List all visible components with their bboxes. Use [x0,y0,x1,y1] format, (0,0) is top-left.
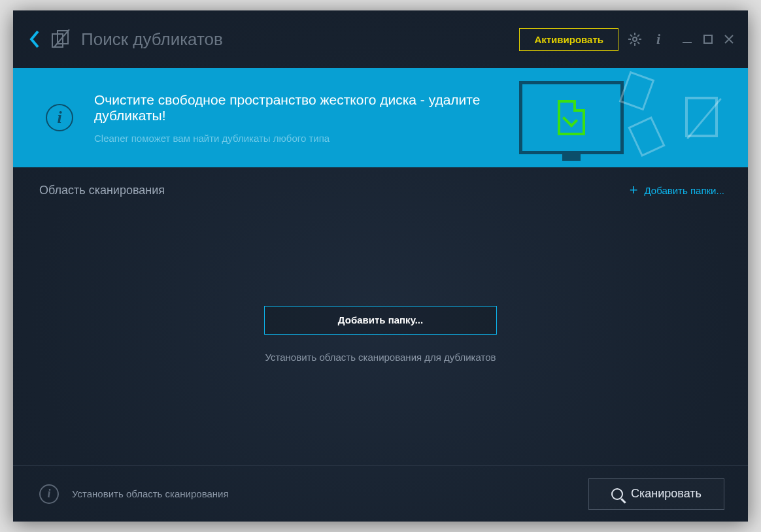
page-title: Поиск дубликатов [81,29,223,50]
banner-illustration [519,68,728,167]
section-header: Область сканирования + Добавить папки... [13,167,748,203]
footer-hint: Установить область сканирования [72,488,229,499]
back-button[interactable] [29,30,41,48]
titlebar-right: Активировать i [519,28,735,51]
banner-text: Очистите свободное пространство жесткого… [94,92,519,144]
maximize-button[interactable] [702,35,714,44]
svg-line-2 [54,29,69,48]
add-folders-label: Добавить папки... [645,185,725,196]
titlebar: Поиск дубликатов Активировать i [13,10,748,68]
info-banner: i Очистите свободное пространство жестко… [13,68,748,167]
monitor-icon [519,81,624,154]
scan-button[interactable]: Сканировать [588,478,724,510]
ghost-doc-crossed-icon [685,97,718,137]
ghost-doc-icon [628,116,665,157]
svg-point-3 [633,37,637,41]
svg-line-10 [637,35,639,37]
activate-button[interactable]: Активировать [519,28,618,51]
add-folders-link[interactable]: + Добавить папки... [630,183,724,197]
banner-heading: Очистите свободное пространство жесткого… [94,92,519,124]
content-subtitle: Установить область сканирования для дубл… [265,352,496,363]
scan-button-label: Сканировать [631,487,702,501]
ghost-doc-icon [619,71,655,111]
search-icon [611,488,623,500]
content-area: Добавить папку... Установить область ска… [13,203,748,465]
svg-rect-13 [704,35,712,43]
plus-icon: + [630,183,638,197]
svg-line-9 [637,42,639,44]
svg-line-11 [630,42,632,44]
duplicate-files-icon [51,29,72,49]
banner-subtitle: Cleaner поможет вам найти дубликаты любо… [94,133,519,144]
document-check-icon [558,100,585,135]
window-controls [681,35,735,44]
close-button[interactable] [723,35,735,44]
scan-area-title: Область сканирования [39,184,165,197]
info-button[interactable]: i [651,32,666,46]
info-icon: i [46,104,73,131]
settings-button[interactable] [628,32,642,46]
info-icon: i [39,484,59,504]
add-folder-button[interactable]: Добавить папку... [264,306,497,335]
app-window: Поиск дубликатов Активировать i [13,10,748,522]
svg-line-8 [630,35,632,37]
footer: i Установить область сканирования Сканир… [13,465,748,522]
minimize-button[interactable] [681,35,693,44]
